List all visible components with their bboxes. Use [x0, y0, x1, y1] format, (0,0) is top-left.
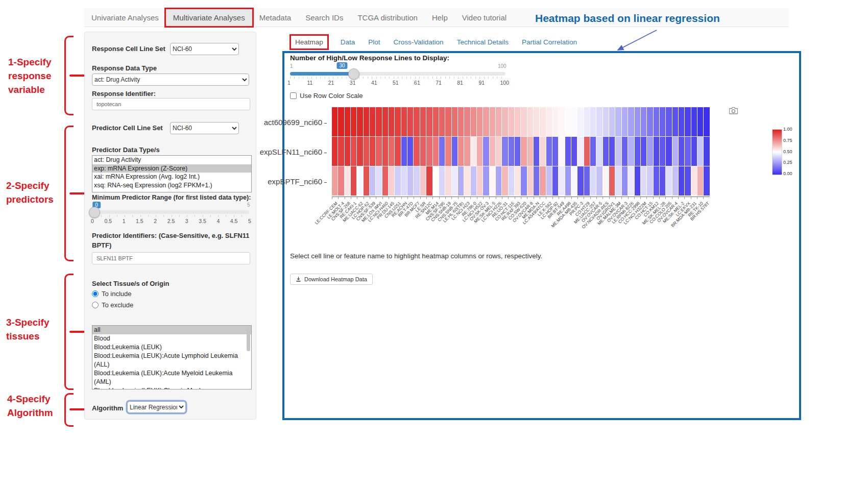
heatmap-cell[interactable] [565, 107, 571, 136]
nav-item-video-tutorial[interactable]: Video tutorial [455, 9, 514, 26]
heatmap-cell[interactable] [622, 137, 628, 166]
heatmap-cell[interactable] [527, 137, 533, 166]
tab-heatmap[interactable]: Heatmap [291, 36, 327, 48]
nav-item-univariate-analyses[interactable]: Univariate Analyses [84, 9, 166, 26]
heatmap-cell[interactable] [565, 166, 571, 196]
heatmap-cell[interactable] [471, 107, 476, 136]
heatmap-cell[interactable] [351, 166, 356, 196]
heatmap-cell[interactable] [351, 107, 356, 136]
predictor-data-type-option[interactable]: exp: mRNA Expression (Z-Score) [92, 164, 251, 173]
heatmap-cell[interactable] [628, 107, 634, 136]
nav-item-tcga-distribution[interactable]: TCGA distribution [350, 9, 425, 26]
heatmap-cell[interactable] [420, 107, 426, 136]
heatmap-cell[interactable] [433, 137, 439, 166]
heatmap-cell[interactable] [376, 166, 381, 196]
heatmap-cell[interactable] [552, 107, 558, 136]
heatmap-cell[interactable] [590, 166, 596, 196]
response-identifier-input[interactable] [92, 98, 250, 110]
heatmap-cell[interactable] [370, 166, 375, 196]
heatmap-cell[interactable] [483, 107, 489, 136]
heatmap-cell[interactable] [452, 166, 457, 196]
tissue-option[interactable]: Blood:Leukemia (LEUK) [92, 343, 251, 352]
heatmap-cell[interactable] [502, 137, 508, 166]
tab-plot[interactable]: Plot [368, 38, 380, 46]
heatmap-cell[interactable] [401, 137, 407, 166]
heatmap-cell[interactable] [603, 166, 609, 196]
heatmap-cell[interactable] [565, 137, 571, 166]
heatmap-cell[interactable] [641, 137, 646, 166]
heatmap-cell[interactable] [464, 166, 470, 196]
nav-item-metadata[interactable]: Metadata [252, 9, 299, 26]
heatmap-cell[interactable] [458, 107, 464, 136]
heatmap-cell[interactable] [439, 166, 445, 196]
heatmap-cell[interactable] [540, 137, 545, 166]
heatmap-cell[interactable] [534, 107, 539, 136]
heatmap-cell[interactable] [389, 107, 394, 136]
heatmap-cell[interactable] [433, 107, 439, 136]
heatmap-cell[interactable] [654, 137, 659, 166]
response-cell-line-set-select[interactable]: NCI-60 [170, 43, 239, 55]
heatmap-cell[interactable] [584, 166, 590, 196]
camera-icon[interactable] [729, 107, 738, 116]
heatmap-cell[interactable] [370, 137, 375, 166]
predictor-data-type-option[interactable]: xsq: RNA-seq Expression (log2 FPKM+1.) [92, 181, 251, 190]
heatmap-cell[interactable] [364, 166, 369, 196]
tissue-option[interactable]: Blood:Leukemia (LEUK):Chronic Myelogenou… [92, 386, 251, 389]
heatmap-cell[interactable] [414, 166, 419, 196]
heatmap-cell[interactable] [445, 166, 451, 196]
heatmap-cell[interactable] [540, 166, 545, 196]
heatmap-cell[interactable] [577, 107, 583, 136]
heatmap-cell[interactable] [515, 137, 520, 166]
heatmap-cell[interactable] [622, 107, 628, 136]
heatmap-cell[interactable] [521, 166, 526, 196]
nav-item-help[interactable]: Help [425, 9, 455, 26]
heatmap-cell[interactable] [635, 166, 640, 196]
heatmap-cell[interactable] [458, 137, 464, 166]
heatmap-cell[interactable] [540, 107, 545, 136]
heatmap-cell[interactable] [615, 107, 621, 136]
heatmap-cell[interactable] [666, 137, 671, 166]
heatmap-cell[interactable] [603, 137, 609, 166]
tissue-include-radio[interactable]: To include [92, 290, 132, 298]
heatmap-cell[interactable] [679, 107, 684, 136]
heatmap-cell[interactable] [338, 107, 344, 136]
heatmap-cell[interactable] [477, 137, 483, 166]
heatmap-cell[interactable] [559, 107, 564, 136]
tissue-option[interactable]: Blood:Leukemia (LEUK):Acute Lymphoid Leu… [92, 352, 251, 369]
heatmap-cell[interactable] [534, 137, 539, 166]
heatmap-cell[interactable] [338, 166, 344, 196]
heatmap-cell[interactable] [471, 137, 476, 166]
heatmap-cell[interactable] [628, 137, 634, 166]
heatmap-cell[interactable] [691, 166, 697, 196]
heatmap-cell[interactable] [534, 166, 539, 196]
heatmap-cell[interactable] [477, 107, 483, 136]
heatmap-cell[interactable] [685, 166, 690, 196]
row-color-scale-checkbox[interactable]: Use Row Color Scale [290, 92, 363, 100]
heatmap-cell[interactable] [426, 166, 432, 196]
heatmap-cell[interactable] [672, 107, 678, 136]
heatmap-cell[interactable] [376, 137, 381, 166]
heatmap-cell[interactable] [483, 137, 489, 166]
heatmap-cell[interactable] [615, 137, 621, 166]
response-data-type-select[interactable]: act: Drug Activity [92, 74, 249, 86]
heatmap-cell[interactable] [357, 137, 363, 166]
heatmap-cell[interactable] [496, 107, 501, 136]
heatmap-cell[interactable] [704, 137, 709, 166]
heatmap-cell[interactable] [559, 137, 564, 166]
heatmap-cell[interactable] [464, 137, 470, 166]
heatmap-cell[interactable] [590, 107, 596, 136]
tab-partial-correlation[interactable]: Partial Correlation [522, 38, 577, 46]
heatmap-cell[interactable] [382, 107, 388, 136]
heatmap-cell[interactable] [382, 137, 388, 166]
predictor-data-type-option[interactable]: xai: mRNA Expression (Avg. log2 Int.) [92, 173, 251, 181]
heatmap-cell[interactable] [332, 107, 337, 136]
heatmap-cell[interactable] [357, 107, 363, 136]
heatmap-cell[interactable] [509, 166, 514, 196]
tissue-exclude-radio[interactable]: To exclude [92, 301, 133, 309]
tissue-option[interactable]: Blood [92, 334, 251, 343]
heatmap-cell[interactable] [332, 166, 337, 196]
heatmap-cell[interactable] [345, 137, 350, 166]
heatmap-cell[interactable] [559, 166, 564, 196]
heatmap-cell[interactable] [502, 107, 508, 136]
heatmap-cell[interactable] [647, 137, 653, 166]
